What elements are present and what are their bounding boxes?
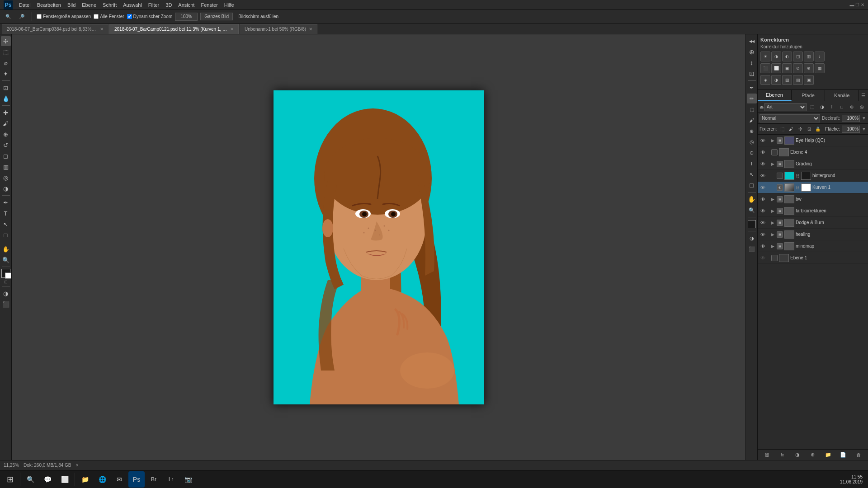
group-arrow-healing[interactable]: ▶ — [771, 232, 774, 237]
panel-btn-14[interactable]: ✋ — [747, 194, 757, 204]
all-windows-check[interactable]: Alle Fenster — [94, 14, 124, 19]
filter-type[interactable]: T — [827, 103, 836, 112]
layer-item-eye-help[interactable]: 👁 ▶ ▣ Eye Help (QC) — [758, 135, 868, 146]
taskbar-bridge[interactable]: Br — [146, 471, 162, 488]
eyedropper-tool[interactable]: 💧 — [1, 94, 11, 103]
fill-screen-btn[interactable]: Bildschirm ausfüllen — [236, 13, 281, 20]
fix-pixels[interactable]: 🖌 — [788, 125, 795, 134]
corr-colorbal[interactable]: ⬛ — [760, 63, 770, 73]
layer-adjust-btn[interactable]: ⊕ — [808, 451, 817, 459]
layer-item-grading[interactable]: 👁 ▶ ▣ Grading — [758, 158, 868, 170]
fix-artboard[interactable]: ⊡ — [806, 125, 813, 134]
panel-collapse-top[interactable]: ◀◀ — [747, 36, 757, 46]
dynamic-zoom-check[interactable]: Dynamischer Zoom — [127, 14, 173, 19]
blend-mode-select[interactable]: Normal — [760, 114, 820, 122]
corr-hsl[interactable]: ↕ — [815, 52, 825, 61]
pen-tool[interactable]: ✒ — [1, 197, 11, 207]
layers-panel-menu[interactable]: ☰ — [859, 90, 868, 101]
path-sel-tool[interactable]: ↖ — [1, 219, 11, 229]
fix-position[interactable]: ✣ — [797, 125, 804, 134]
layer-new-btn[interactable]: 📄 — [839, 451, 848, 459]
layer-style-btn[interactable]: fx — [778, 451, 787, 459]
zoom-tool-btn[interactable]: 🔍 — [3, 13, 14, 20]
layer-item-kurven1[interactable]: 👁 ◐ ⛓ Kurven 1 — [758, 182, 868, 193]
tab-1[interactable]: 2018-06-07_BarCamp0384.psd bei 8,33% (Eb… — [2, 24, 108, 34]
vis-mindmap[interactable]: 👁 — [760, 243, 766, 249]
taskbar-explorer[interactable]: 📁 — [77, 471, 93, 488]
all-windows-checkbox[interactable] — [94, 14, 99, 19]
panel-btn-5[interactable]: ✏ — [747, 94, 757, 103]
menu-bearbeiten[interactable]: Bearbeiten — [37, 2, 61, 8]
foreground-color[interactable] — [1, 269, 10, 278]
corr-gradient-map[interactable]: ▧ — [782, 75, 792, 85]
corr-colerlookup[interactable]: ⊕ — [804, 63, 814, 73]
tab-2[interactable]: 2018-06-07_BarCamp0121.psd bei 11,3% (Ku… — [109, 24, 239, 34]
panel-btn-13[interactable]: □ — [747, 180, 757, 190]
vis-dodge[interactable]: 👁 — [760, 220, 766, 226]
group-arrow-eye-help[interactable]: ▶ — [771, 138, 774, 143]
panel-btn-2[interactable]: ↕ — [747, 58, 757, 68]
dynamic-zoom-checkbox[interactable] — [127, 14, 132, 19]
layer-item-healing[interactable]: 👁 ▶ ▣ healing — [758, 229, 868, 240]
eraser-tool[interactable]: ◻ — [1, 151, 11, 161]
vis-ebene4[interactable]: 👁 — [760, 149, 766, 155]
layer-item-ebene1[interactable]: 👁 Ebene 1 — [758, 252, 868, 264]
taskbar-search[interactable]: 🔍 — [22, 471, 38, 488]
group-arrow-mindmap[interactable]: ▶ — [771, 244, 774, 249]
zoom-canvas-tool[interactable]: 🔍 — [1, 255, 11, 265]
fix-transparent[interactable]: ⬚ — [778, 125, 786, 134]
opacity-arrow[interactable]: ▼ — [862, 116, 866, 121]
layer-item-farbkorr[interactable]: 👁 ▶ ▣ farbkorrekturen — [758, 205, 868, 217]
layer-item-dodge[interactable]: 👁 ▶ ▣ Dodge & Burn — [758, 217, 868, 229]
crop-tool[interactable]: ⊡ — [1, 83, 11, 93]
panel-btn-16[interactable]: ◑ — [747, 233, 757, 243]
panel-btn-9[interactable]: ◎ — [747, 137, 757, 147]
menu-3d[interactable]: 3D — [165, 2, 172, 8]
layer-type-filter[interactable]: Art — [764, 103, 807, 111]
panel-btn-1[interactable]: ⊕ — [747, 47, 757, 57]
clone-tool[interactable]: ⊕ — [1, 129, 11, 139]
corr-selective[interactable]: ▤ — [793, 75, 803, 85]
panel-btn-7[interactable]: 🖌 — [747, 115, 757, 125]
brush-tool[interactable]: 🖌 — [1, 118, 11, 128]
tab-kanaele[interactable]: Kanäle — [825, 90, 859, 101]
menu-ansicht[interactable]: Ansicht — [178, 2, 194, 8]
layer-delete-btn[interactable]: 🗑 — [854, 451, 863, 459]
corr-threshold[interactable]: ◑ — [771, 75, 781, 85]
panel-btn-10[interactable]: ⊙ — [747, 148, 757, 158]
move-tool[interactable]: ✣ — [1, 36, 11, 46]
layer-group-btn[interactable]: 📁 — [824, 451, 833, 459]
corr-solid-color[interactable]: ▣ — [804, 75, 814, 85]
vis-grading[interactable]: 👁 — [760, 161, 766, 167]
corr-channel[interactable]: ⊙ — [793, 63, 803, 73]
type-tool[interactable]: T — [1, 208, 11, 218]
corr-bw[interactable]: ⬜ — [771, 63, 781, 73]
lasso-tool[interactable]: ⌀ — [1, 58, 11, 68]
layer-item-ebene4[interactable]: 👁 Ebene 4 — [758, 146, 868, 158]
fit-window-check[interactable]: Fenstergröße anpassen — [37, 14, 91, 19]
panel-btn-15[interactable]: 🔍 — [747, 205, 757, 215]
taskbar-cortana[interactable]: 💬 — [39, 471, 56, 488]
menu-fenster[interactable]: Fenster — [201, 2, 217, 8]
history-brush[interactable]: ↺ — [1, 140, 11, 150]
vis-eye-help[interactable]: 👁 — [760, 137, 766, 144]
vis-kurven1[interactable]: 👁 — [760, 184, 766, 191]
panel-btn-4[interactable]: ✒ — [747, 83, 757, 93]
zoom-input[interactable] — [175, 13, 198, 21]
layer-link-btn[interactable]: ⛓ — [763, 451, 772, 459]
shape-tool[interactable]: □ — [1, 230, 11, 240]
corr-photo[interactable]: ▣ — [782, 63, 792, 73]
taskbar-start[interactable]: ⊞ — [2, 471, 18, 488]
group-arrow-bw[interactable]: ▶ — [771, 197, 774, 202]
heal-tool[interactable]: ✚ — [1, 108, 11, 117]
tab-3[interactable]: Unbenannt-1 bei 50% (RGB/8) ✕ — [240, 24, 317, 34]
background-color[interactable] — [5, 272, 11, 279]
layer-mask-btn[interactable]: ◑ — [793, 451, 802, 459]
hand-tool[interactable]: ✋ — [1, 244, 11, 254]
whole-image-btn[interactable]: Ganzes Bild — [200, 13, 233, 20]
marquee-tool[interactable]: ⬚ — [1, 47, 11, 57]
vis-farbkorr[interactable]: 👁 — [760, 208, 766, 214]
menu-datei[interactable]: Datei — [19, 2, 31, 8]
menu-bild[interactable]: Bild — [67, 2, 75, 8]
tab-pfade[interactable]: Pfade — [792, 90, 826, 101]
